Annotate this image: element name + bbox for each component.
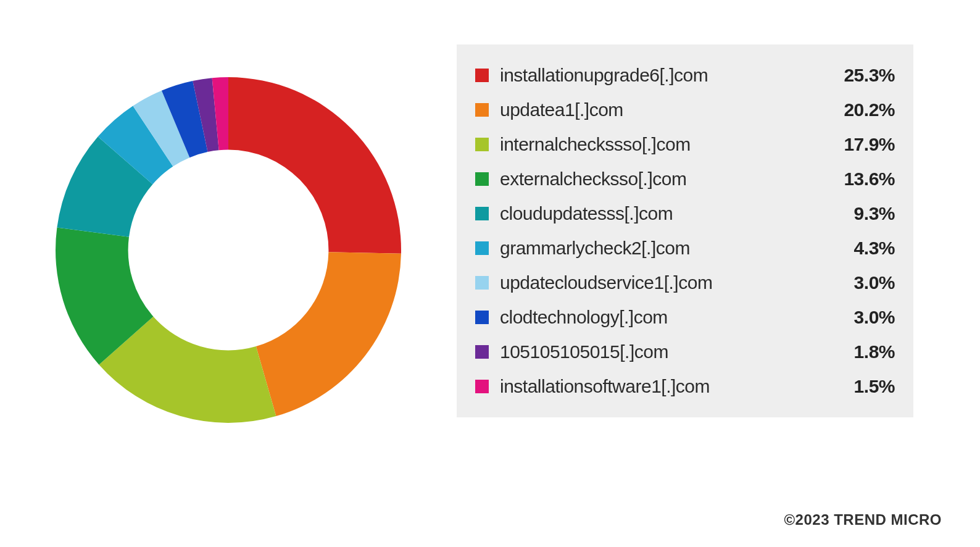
legend-label: internalcheckssso[.]com xyxy=(500,134,827,155)
legend-swatch xyxy=(475,138,489,151)
legend-label: 105105105015[.]com xyxy=(500,341,827,362)
legend-row: clodtechnology[.]com3.0% xyxy=(475,300,895,335)
legend-row: grammarlycheck2[.]com4.3% xyxy=(475,231,895,265)
legend-value: 13.6% xyxy=(827,169,895,190)
legend-value: 1.8% xyxy=(827,341,895,362)
legend-row: externalchecksso[.]com13.6% xyxy=(475,162,895,196)
legend-value: 9.3% xyxy=(827,203,895,224)
legend-swatch xyxy=(475,172,489,186)
copyright-text: ©2023 TREND MICRO xyxy=(784,511,942,528)
legend-swatch xyxy=(475,345,489,359)
legend-value: 3.0% xyxy=(827,307,895,328)
legend-value: 3.0% xyxy=(827,272,895,293)
legend-row: updatea1[.]com20.2% xyxy=(475,93,895,127)
legend-label: installationupgrade6[.]com xyxy=(500,65,827,86)
legend-swatch xyxy=(475,69,489,82)
legend-row: 105105105015[.]com1.8% xyxy=(475,335,895,369)
legend-swatch xyxy=(475,380,489,393)
legend-swatch xyxy=(475,241,489,255)
donut-chart-svg xyxy=(37,59,420,441)
legend-label: clodtechnology[.]com xyxy=(500,307,827,328)
donut-chart xyxy=(37,40,420,460)
legend-swatch xyxy=(475,311,489,324)
legend-value: 17.9% xyxy=(827,134,895,155)
legend-swatch xyxy=(475,276,489,290)
legend-swatch xyxy=(475,207,489,220)
legend-label: updatecloudservice1[.]com xyxy=(500,272,827,293)
legend-row: installationupgrade6[.]com25.3% xyxy=(475,58,895,93)
legend-row: installationsoftware1[.]com1.5% xyxy=(475,369,895,404)
legend-label: grammarlycheck2[.]com xyxy=(500,238,827,259)
legend-row: updatecloudservice1[.]com3.0% xyxy=(475,265,895,300)
legend-label: installationsoftware1[.]com xyxy=(500,376,827,397)
legend-panel: installationupgrade6[.]com25.3%updatea1[… xyxy=(457,44,913,417)
legend-value: 20.2% xyxy=(827,99,895,120)
legend-value: 4.3% xyxy=(827,238,895,259)
donut-slice xyxy=(228,77,401,254)
legend-label: cloudupdatesss[.]com xyxy=(500,203,827,224)
legend-label: updatea1[.]com xyxy=(500,99,827,120)
legend-value: 1.5% xyxy=(827,376,895,397)
legend-value: 25.3% xyxy=(827,65,895,86)
legend-swatch xyxy=(475,103,489,117)
legend-row: internalcheckssso[.]com17.9% xyxy=(475,127,895,162)
legend-label: externalchecksso[.]com xyxy=(500,169,827,190)
donut-slice xyxy=(256,252,401,416)
legend-row: cloudupdatesss[.]com9.3% xyxy=(475,196,895,231)
